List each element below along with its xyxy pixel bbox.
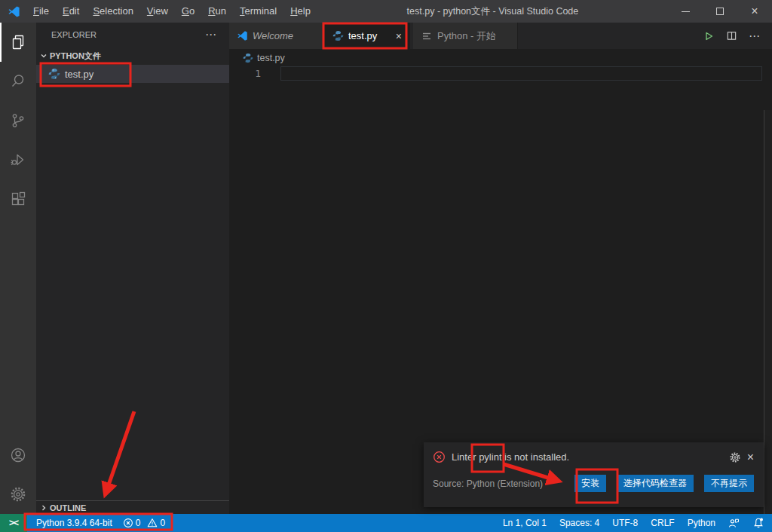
close-button[interactable]: × bbox=[737, 0, 772, 23]
language-mode-status[interactable]: Python bbox=[688, 518, 715, 528]
menu-go[interactable]: Go bbox=[175, 0, 201, 23]
encoding-status[interactable]: UTF-8 bbox=[612, 518, 638, 528]
editor-group: Welcome test.py × Python - 开始 bbox=[229, 23, 772, 514]
python-file-icon bbox=[332, 30, 344, 41]
menu-view[interactable]: View bbox=[140, 0, 175, 23]
file-item-testpy[interactable]: test.py bbox=[36, 65, 229, 83]
maximize-icon bbox=[716, 8, 724, 15]
files-icon bbox=[9, 33, 27, 51]
python-interpreter-status[interactable]: Python 3.9.4 64-bit bbox=[36, 518, 112, 528]
activitybar-spacer bbox=[0, 219, 36, 436]
close-icon: × bbox=[751, 5, 758, 17]
explorer-title: EXPLORER bbox=[51, 30, 96, 39]
folder-section-header[interactable]: PYTHON文件 bbox=[36, 47, 229, 65]
window-title: test.py - python文件 - Visual Studio Code bbox=[317, 5, 668, 18]
explorer-more-actions-icon[interactable]: ⋯ bbox=[205, 28, 217, 41]
editor-actions: ⋯ bbox=[703, 23, 772, 49]
warning-count: 0 bbox=[160, 518, 165, 528]
activity-bar bbox=[0, 23, 36, 514]
notification-message: Linter pylint is not installed. bbox=[452, 451, 569, 463]
menu-file[interactable]: File bbox=[26, 0, 56, 23]
menu-edit[interactable]: Edit bbox=[56, 0, 86, 23]
dismiss-button[interactable]: 不再提示 bbox=[704, 475, 754, 492]
breadcrumb[interactable]: test.py bbox=[229, 49, 772, 66]
explorer-sidebar: EXPLORER ⋯ PYTHON文件 test.py bbox=[36, 23, 229, 514]
vscode-logo-icon bbox=[237, 30, 248, 41]
indentation-status[interactable]: Spaces: 4 bbox=[559, 518, 599, 528]
outline-section-label: OUTLINE bbox=[50, 503, 86, 512]
tab-bar: Welcome test.py × Python - 开始 bbox=[229, 23, 772, 49]
activitybar-run-debug[interactable] bbox=[0, 140, 36, 179]
activitybar-settings[interactable] bbox=[0, 475, 36, 514]
python-interpreter-label: Python 3.9.4 64-bit bbox=[36, 518, 112, 528]
line-number: 1 bbox=[229, 67, 261, 81]
remote-icon: >< bbox=[9, 518, 18, 528]
menu-selection[interactable]: Selection bbox=[86, 0, 139, 23]
folder-section-label: PYTHON文件 bbox=[50, 50, 101, 62]
tab-welcome[interactable]: Welcome bbox=[229, 23, 325, 49]
chevron-right-icon bbox=[38, 502, 50, 514]
cursor-position-status[interactable]: Ln 1, Col 1 bbox=[503, 518, 547, 528]
vscode-logo-icon bbox=[8, 5, 20, 18]
source-control-icon bbox=[9, 112, 27, 130]
list-icon bbox=[421, 30, 433, 42]
remote-indicator[interactable]: >< bbox=[0, 514, 27, 532]
run-icon[interactable] bbox=[703, 30, 715, 42]
error-circle-icon bbox=[433, 451, 446, 463]
install-button[interactable]: 安装 bbox=[574, 475, 606, 492]
python-file-icon bbox=[243, 53, 253, 63]
notification-close-icon[interactable]: × bbox=[747, 452, 754, 463]
editor-scrollbar[interactable] bbox=[764, 110, 772, 514]
menu-bar: File Edit Selection View Go Run Terminal… bbox=[26, 0, 317, 23]
error-icon bbox=[123, 518, 133, 528]
file-item-label: test.py bbox=[65, 69, 93, 80]
eol-status[interactable]: CRLF bbox=[651, 518, 674, 528]
notification-source: Source: Python (Extension) bbox=[433, 478, 543, 489]
search-icon bbox=[9, 72, 27, 90]
window-controls: × bbox=[668, 0, 772, 23]
outline-section-header[interactable]: OUTLINE bbox=[36, 500, 229, 514]
menu-terminal[interactable]: Terminal bbox=[233, 0, 283, 23]
status-bar-right: Ln 1, Col 1 Spaces: 4 UTF-8 CRLF Python bbox=[503, 517, 772, 529]
more-actions-icon[interactable]: ⋯ bbox=[749, 29, 761, 43]
menu-run[interactable]: Run bbox=[201, 0, 233, 23]
problems-status[interactable]: 0 0 bbox=[123, 518, 170, 528]
split-editor-icon[interactable] bbox=[726, 30, 737, 41]
tab-python-start[interactable]: Python - 开始 bbox=[413, 23, 518, 49]
warning-icon bbox=[147, 518, 158, 528]
explorer-header: EXPLORER ⋯ bbox=[36, 23, 229, 47]
minimize-icon bbox=[682, 11, 690, 12]
tab-label: Python - 开始 bbox=[437, 29, 496, 43]
activitybar-explorer[interactable] bbox=[0, 23, 36, 62]
chevron-down-icon bbox=[38, 50, 50, 62]
activitybar-search[interactable] bbox=[0, 62, 36, 101]
main-area: EXPLORER ⋯ PYTHON文件 test.py bbox=[0, 23, 772, 514]
error-count: 0 bbox=[136, 518, 141, 528]
title-bar: File Edit Selection View Go Run Terminal… bbox=[0, 0, 772, 23]
tab-close-icon[interactable]: × bbox=[396, 30, 402, 42]
status-bar: >< Python 3.9.4 64-bit 0 0 Ln 1, Col 1 S… bbox=[0, 514, 772, 532]
maximize-button[interactable] bbox=[703, 0, 737, 23]
activitybar-account[interactable] bbox=[0, 436, 36, 475]
minimize-button[interactable] bbox=[668, 0, 703, 23]
sidebar-empty-space bbox=[36, 83, 229, 500]
menu-help[interactable]: Help bbox=[283, 0, 317, 23]
breadcrumb-file: test.py bbox=[257, 53, 285, 63]
notification-settings-gear-icon[interactable] bbox=[729, 451, 741, 463]
tab-label: Welcome bbox=[253, 30, 293, 41]
gear-icon bbox=[9, 485, 27, 503]
tab-label: test.py bbox=[348, 30, 377, 41]
current-line-highlight bbox=[280, 66, 762, 81]
activitybar-source-control[interactable] bbox=[0, 101, 36, 140]
linter-name: pylint bbox=[479, 451, 501, 463]
account-icon bbox=[9, 446, 27, 464]
activitybar-extensions[interactable] bbox=[0, 179, 36, 219]
extensions-icon bbox=[9, 190, 27, 208]
feedback-icon[interactable] bbox=[728, 518, 740, 529]
python-file-icon bbox=[48, 68, 60, 80]
run-debug-icon bbox=[9, 151, 27, 169]
notifications-bell-icon[interactable] bbox=[752, 517, 764, 529]
notification-toast: Linter pylint is not installed. × Source… bbox=[424, 442, 764, 507]
select-linter-button[interactable]: 选择代码检查器 bbox=[617, 475, 694, 492]
tab-testpy[interactable]: test.py × bbox=[325, 23, 410, 49]
